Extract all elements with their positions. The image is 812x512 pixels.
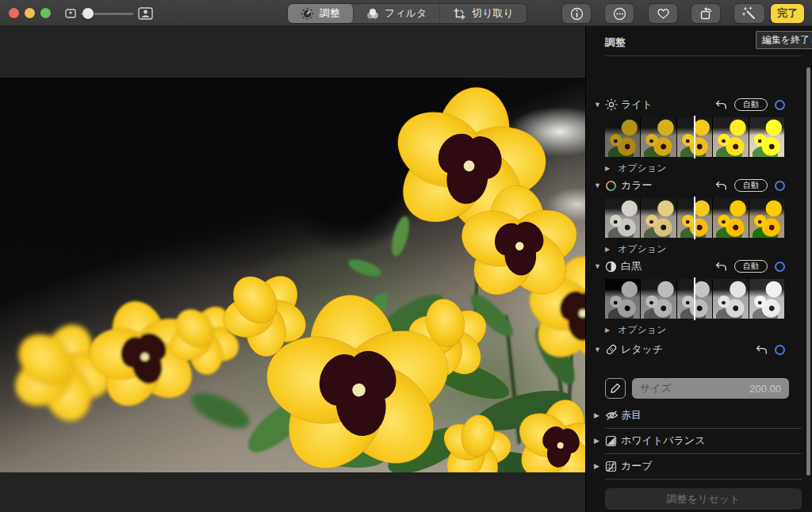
section-bw-label: 白黒 — [621, 259, 642, 273]
undo-icon[interactable] — [715, 262, 727, 272]
reset-adjustments-button[interactable]: 調整をリセット — [605, 488, 802, 510]
more-options-button[interactable] — [605, 4, 634, 23]
current-value-indicator — [694, 116, 695, 159]
tab-crop-label: 切り取り — [472, 6, 514, 21]
white-balance-icon — [605, 434, 621, 447]
undo-icon[interactable] — [756, 345, 768, 355]
section-white-balance-label: ホワイトバランス — [621, 434, 705, 448]
rotate-button[interactable] — [691, 4, 720, 23]
magic-wand-icon — [742, 6, 756, 21]
section-retouch-label: レタッチ — [621, 342, 663, 357]
preset-thumbnail[interactable] — [713, 279, 748, 319]
tab-adjust[interactable]: 調整 — [288, 4, 354, 23]
bandage-icon — [605, 343, 621, 356]
preset-thumbnail[interactable] — [641, 279, 676, 319]
info-icon — [570, 7, 584, 21]
retouch-size-slider[interactable]: サイズ 200.00 — [632, 378, 789, 399]
divider — [605, 55, 802, 56]
section-retouch: ▼ レタッチ — [594, 341, 802, 358]
disclosure-closed-icon: ▶ — [594, 462, 605, 470]
photo-large-icon — [138, 7, 153, 20]
preset-thumbnail[interactable] — [749, 117, 784, 157]
retouch-brush-button[interactable] — [605, 378, 626, 399]
color-preview-strip[interactable] — [605, 198, 784, 238]
color-auto-button[interactable]: 自動 — [734, 179, 768, 192]
color-options-row[interactable]: ▶ オプション — [605, 242, 779, 256]
brush-icon — [610, 383, 621, 394]
disclosure-open-icon[interactable]: ▼ — [594, 101, 605, 109]
close-window-button[interactable] — [9, 8, 19, 18]
disclosure-open-icon[interactable]: ▼ — [594, 346, 605, 353]
preset-thumbnail[interactable] — [641, 198, 676, 238]
ellipsis-circle-icon — [613, 7, 626, 21]
photo-small-icon — [65, 9, 76, 18]
section-redeye-label: 赤目 — [621, 408, 642, 422]
light-options-row[interactable]: ▶ オプション — [605, 161, 779, 175]
photo-being-edited[interactable] — [0, 78, 585, 472]
disclosure-closed-icon: ▶ — [605, 246, 618, 253]
disclosure-closed-icon: ▶ — [594, 411, 605, 419]
bw-enable-checkbox[interactable] — [775, 262, 785, 272]
photo-canvas — [0, 26, 585, 512]
disclosure-closed-icon: ▶ — [605, 165, 618, 172]
undo-icon[interactable] — [715, 181, 727, 191]
color-options-label: オプション — [618, 243, 666, 256]
tab-crop[interactable]: 切り取り — [440, 4, 527, 23]
light-enable-checkbox[interactable] — [775, 100, 785, 110]
tooltip-text: 編集を終了し — [762, 33, 812, 47]
preset-thumbnail[interactable] — [749, 279, 784, 319]
edit-mode-tabs: 調整 フィルタ 切り取り — [288, 4, 527, 23]
preset-thumbnail[interactable] — [749, 198, 784, 238]
filters-circles-icon — [366, 8, 379, 20]
section-curves[interactable]: ▶ カーブ — [594, 454, 802, 478]
zoom-window-button[interactable] — [40, 8, 51, 18]
section-color-label: カラー — [621, 178, 653, 193]
section-light-label: ライト — [621, 97, 653, 112]
tab-filters[interactable]: フィルタ — [354, 4, 440, 23]
zoom-slider-thumb[interactable] — [82, 8, 94, 19]
minimize-window-button[interactable] — [25, 8, 35, 18]
preset-thumbnail[interactable] — [605, 117, 640, 157]
curves-icon — [605, 460, 621, 472]
tab-adjust-label: 調整 — [320, 6, 340, 21]
undo-icon[interactable] — [715, 100, 727, 110]
info-button[interactable] — [562, 4, 591, 23]
redeye-icon — [605, 409, 621, 422]
done-button-label: 完了 — [777, 6, 798, 21]
preset-thumbnail[interactable] — [605, 279, 640, 319]
disclosure-open-icon[interactable]: ▼ — [594, 181, 605, 189]
current-value-indicator — [694, 197, 695, 239]
sun-icon — [605, 98, 621, 111]
pansy-flowers-image — [0, 78, 585, 472]
section-color: ▼ カラー 自動 — [594, 177, 802, 194]
done-button[interactable]: 完了 — [771, 4, 804, 23]
light-options-label: オプション — [618, 162, 666, 175]
titlebar: 調整 フィルタ 切り取り — [0, 0, 812, 26]
sidebar-scrollbar[interactable] — [806, 67, 810, 476]
disclosure-open-icon[interactable]: ▼ — [594, 262, 605, 270]
section-white-balance[interactable]: ▶ ホワイトバランス — [594, 429, 802, 453]
preset-thumbnail[interactable] — [713, 117, 748, 157]
section-redeye[interactable]: ▶ 赤目 — [594, 403, 802, 427]
crop-icon — [453, 7, 466, 21]
end-editing-tooltip: 編集を終了し — [756, 31, 812, 49]
light-auto-button[interactable]: 自動 — [734, 98, 768, 111]
bw-options-label: オプション — [618, 323, 666, 337]
retouch-enable-checkbox[interactable] — [775, 345, 785, 355]
preset-thumbnail[interactable] — [641, 117, 676, 157]
favorite-button[interactable] — [649, 4, 677, 23]
light-preview-strip[interactable] — [605, 117, 784, 157]
tab-filters-label: フィルタ — [385, 6, 427, 21]
auto-enhance-button[interactable] — [734, 4, 764, 23]
bw-options-row[interactable]: ▶ オプション — [605, 323, 779, 337]
adjust-dial-icon — [301, 7, 314, 21]
preset-thumbnail[interactable] — [605, 198, 640, 238]
bw-auto-button[interactable]: 自動 — [734, 260, 768, 273]
preset-thumbnail[interactable] — [713, 198, 748, 238]
bw-preview-strip[interactable] — [605, 279, 784, 319]
section-levels[interactable]: ▶ レベル — [594, 480, 802, 482]
section-light: ▼ ライト 自動 — [594, 96, 802, 113]
adjust-sidebar: 調整 編集を終了し ▼ ライト — [585, 26, 812, 512]
zoom-slider-control — [65, 6, 152, 21]
color-enable-checkbox[interactable] — [775, 181, 785, 191]
